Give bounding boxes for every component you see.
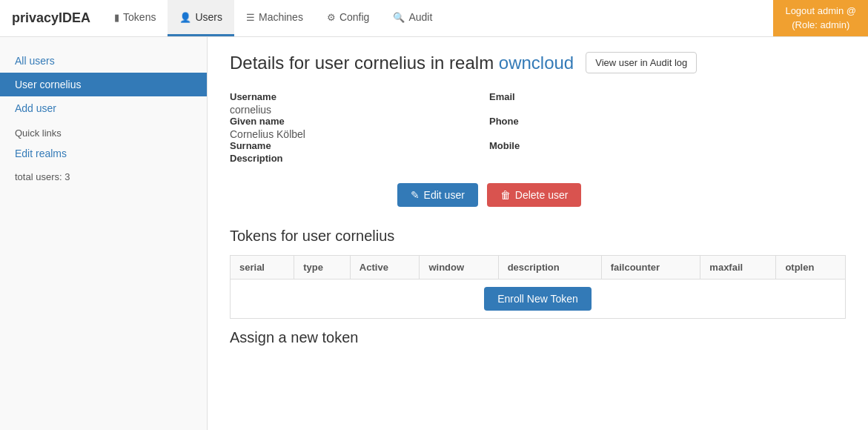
given-name-label: Given name — [230, 116, 489, 127]
enroll-new-token-button[interactable]: Enroll New Token — [484, 287, 592, 311]
edit-icon: ✎ — [411, 189, 420, 201]
th-active: Active — [350, 256, 420, 280]
nav-menu: ▮ Tokens 👤 Users ☰ Machines ⚙ Config 🔍 — [102, 0, 444, 36]
nav-link-machines[interactable]: ☰ Machines — [234, 0, 315, 36]
assign-section-title: Assign a new token — [230, 329, 846, 346]
detail-surname: Surname — [230, 140, 489, 153]
th-otplen: otplen — [776, 256, 846, 280]
token-icon: ▮ — [114, 12, 119, 23]
sidebar-all-users[interactable]: All users — [0, 49, 207, 73]
username-label: Username — [230, 91, 489, 102]
view-audit-log-button[interactable]: View user in Audit log — [586, 52, 697, 73]
detail-phone: Phone — [489, 116, 749, 140]
email-label: Email — [489, 91, 749, 102]
user-nav-icon: 👤 — [179, 12, 191, 23]
detail-given-name: Given name Cornelius Kölbel — [230, 116, 489, 140]
surname-label: Surname — [230, 140, 489, 151]
nav-item-machines: ☰ Machines — [234, 0, 315, 36]
th-window: window — [420, 256, 498, 280]
nav-link-audit[interactable]: 🔍 Audit — [381, 0, 444, 36]
detail-placeholder — [489, 153, 749, 165]
tokens-section-title: Tokens for user cornelius — [230, 228, 846, 245]
token-table-body: Enroll New Token — [231, 280, 846, 319]
edit-user-button[interactable]: ✎ Edit user — [397, 183, 478, 207]
nav-link-config[interactable]: ⚙ Config — [315, 0, 381, 36]
nav-item-audit: 🔍 Audit — [381, 0, 444, 36]
nav-link-tokens[interactable]: ▮ Tokens — [102, 0, 168, 36]
audit-icon: 🔍 — [393, 12, 405, 23]
detail-description: Description — [230, 153, 489, 165]
app-brand[interactable]: privacyIDEA — [0, 0, 102, 36]
th-type: type — [294, 256, 351, 280]
action-buttons: ✎ Edit user 🗑 Delete user — [230, 183, 749, 207]
detail-email: Email — [489, 91, 749, 116]
nav-item-users: 👤 Users — [168, 0, 234, 36]
sidebar-total-users: total users: 3 — [0, 165, 207, 188]
nav-item-config: ⚙ Config — [315, 0, 381, 36]
given-name-value: Cornelius Kölbel — [230, 128, 489, 140]
machines-icon: ☰ — [246, 12, 255, 23]
main-container: All users User cornelius Add user Quick … — [0, 37, 868, 430]
enroll-cell: Enroll New Token — [231, 280, 846, 319]
token-table: serial type Active window description fa… — [230, 255, 846, 319]
main-content: Details for user cornelius in realm ownc… — [208, 37, 868, 430]
delete-user-button[interactable]: 🗑 Delete user — [487, 183, 582, 207]
sidebar-edit-realms[interactable]: Edit realms — [0, 142, 207, 165]
sidebar-user-cornelius[interactable]: User cornelius — [0, 73, 207, 96]
mobile-label: Mobile — [489, 140, 749, 151]
trash-icon: 🗑 — [500, 189, 511, 201]
page-title-area: Details for user cornelius in realm ownc… — [230, 52, 846, 73]
phone-label: Phone — [489, 116, 749, 127]
sidebar: All users User cornelius Add user Quick … — [0, 37, 208, 430]
token-table-head: serial type Active window description fa… — [231, 256, 846, 280]
th-serial: serial — [231, 256, 294, 280]
config-icon: ⚙ — [327, 12, 336, 23]
description-label: Description — [230, 153, 489, 164]
nav-link-users[interactable]: 👤 Users — [168, 0, 234, 36]
enroll-row: Enroll New Token — [231, 280, 846, 319]
navbar-right: Logout admin @ (Role: admin) — [773, 0, 868, 36]
nav-item-tokens: ▮ Tokens — [102, 0, 168, 36]
page-title: Details for user cornelius in realm ownc… — [230, 53, 574, 73]
th-description: description — [498, 256, 601, 280]
username-value: cornelius — [230, 104, 489, 116]
th-failcounter: failcounter — [601, 256, 700, 280]
quick-links-label: Quick links — [0, 120, 207, 142]
logout-button[interactable]: Logout admin @ (Role: admin) — [773, 0, 868, 36]
sidebar-add-user[interactable]: Add user — [0, 96, 207, 120]
detail-mobile: Mobile — [489, 140, 749, 153]
token-table-header-row: serial type Active window description fa… — [231, 256, 846, 280]
th-maxfail: maxfail — [700, 256, 776, 280]
detail-username: Username cornelius — [230, 91, 489, 116]
user-details-grid: Username cornelius Email Given name — [230, 91, 749, 165]
